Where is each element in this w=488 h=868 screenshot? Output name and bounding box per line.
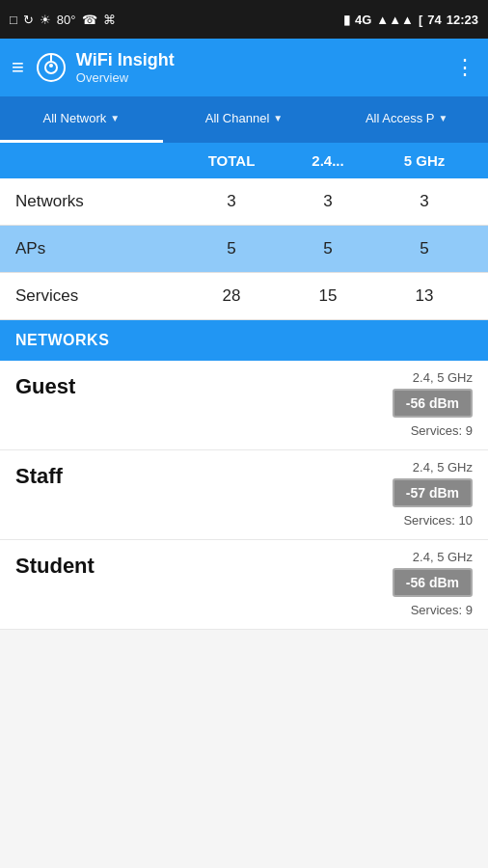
row-24-aps: 5 [280,239,376,258]
more-button[interactable]: ⋮ [454,55,476,80]
network-services-staff: Services: 10 [403,513,473,528]
summary-row-networks: Networks 3 3 3 [0,178,488,226]
network-card-student[interactable]: Student 2.4, 5 GHz -56 dBm Services: 9 [0,540,488,630]
network-right-staff: 2.4, 5 GHz -57 dBm Services: 10 [393,460,473,528]
tab-all-network-label: All Network [43,111,107,125]
network-dbm-staff: -57 dBm [393,478,473,507]
menu-button[interactable]: ≡ [12,55,24,80]
row-total-aps: 5 [183,239,280,258]
row-label-services: Services [15,286,183,306]
refresh-icon: ↻ [23,13,34,27]
network-card-student-top: Student 2.4, 5 GHz -56 dBm Services: 9 [15,550,473,617]
network-dbm-guest: -56 dBm [393,389,473,418]
battery-level: [ [419,13,422,27]
row-label-aps: APs [15,239,183,258]
app-icon [34,50,68,85]
network-dbm-student: -56 dBm [393,568,473,597]
summary-row-services: Services 28 15 13 [0,273,488,320]
app-bar: ≡ WiFi Insight Overview ⋮ [0,39,488,96]
row-5-services: 13 [376,286,473,306]
network-name-student: Student [15,550,95,579]
network-freq-student: 2.4, 5 GHz [413,550,473,564]
tab-all-access[interactable]: All Access P ▼ [325,96,488,143]
weather-temp: 80° [57,13,76,27]
row-total-networks: 3 [183,192,280,211]
summary-col-total: TOTAL [183,152,280,169]
row-total-services: 28 [183,286,280,306]
network-right-student: 2.4, 5 GHz -56 dBm Services: 9 [393,550,473,617]
status-bar: □ ↻ ☀ 80° ☎ ⌘ ▮ 4G ▲▲▲ [ 74 12:23 [0,0,488,39]
app-titles: WiFi Insight Overview [76,50,454,86]
tab-all-network-chevron: ▼ [110,113,120,123]
network-right-guest: 2.4, 5 GHz -56 dBm Services: 9 [393,370,473,438]
summary-col-24: 2.4... [280,152,376,169]
network-services-guest: Services: 9 [411,423,473,438]
network-name-staff: Staff [15,460,63,489]
time-display: 12:23 [447,13,478,27]
networks-section-header: NETWORKS [0,320,488,361]
summary-header: TOTAL 2.4... 5 GHz [0,143,488,178]
tab-all-channel-label: All Channel [205,111,270,125]
tab-all-access-label: All Access P [366,111,435,125]
tab-all-channel[interactable]: All Channel ▼ [163,96,326,143]
network-card-guest-top: Guest 2.4, 5 GHz -56 dBm Services: 9 [15,370,473,438]
battery-icon: ▮ [343,13,350,27]
network-freq-guest: 2.4, 5 GHz [413,370,473,385]
summary-table: TOTAL 2.4... 5 GHz Networks 3 3 3 APs 5 … [0,143,488,320]
row-24-networks: 3 [280,192,376,211]
summary-col-5ghz: 5 GHz [376,152,473,169]
status-right-icons: ▮ 4G ▲▲▲ [ 74 12:23 [343,13,478,27]
call-icon: ☎ [82,13,97,27]
app-subtitle: Overview [76,70,454,85]
status-left-icons: □ ↻ ☀ 80° ☎ ⌘ [10,13,116,27]
battery-percent: 74 [427,13,441,27]
network-freq-staff: 2.4, 5 GHz [413,460,473,475]
network-services-student: Services: 9 [411,603,473,617]
tab-bar: All Network ▼ All Channel ▼ All Access P… [0,96,488,143]
network-card-guest[interactable]: Guest 2.4, 5 GHz -56 dBm Services: 9 [0,361,488,450]
screen-icon: □ [10,13,17,27]
network-name-guest: Guest [15,370,75,399]
tab-all-network[interactable]: All Network ▼ [0,96,163,143]
summary-row-aps: APs 5 5 5 [0,226,488,273]
row-label-networks: Networks [15,192,183,211]
row-24-services: 15 [280,286,376,306]
app-name: WiFi Insight [76,50,454,71]
signal-bars-icon: ▲▲▲ [376,13,414,27]
signal-4g-label: 4G [355,13,371,27]
weather-icon: ☀ [40,13,51,27]
network-card-staff[interactable]: Staff 2.4, 5 GHz -57 dBm Services: 10 [0,450,488,540]
row-5-aps: 5 [376,239,473,258]
row-5-networks: 3 [376,192,473,211]
wifi-icon: ⌘ [103,13,116,27]
tab-all-access-chevron: ▼ [438,113,447,123]
tab-all-channel-chevron: ▼ [273,113,283,123]
network-card-staff-top: Staff 2.4, 5 GHz -57 dBm Services: 10 [15,460,473,528]
svg-point-3 [49,64,53,68]
